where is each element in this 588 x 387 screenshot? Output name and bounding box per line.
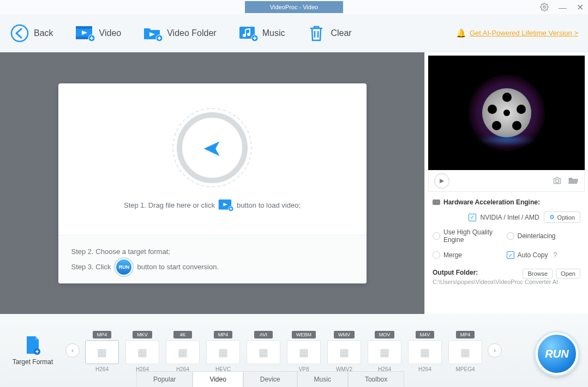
promo-banner[interactable]: 🔔 Get AI-Powered Lifetime Version > — [456, 28, 578, 38]
trash-icon — [307, 23, 326, 43]
category-tab[interactable]: Video — [193, 371, 243, 387]
video-folder-icon — [143, 23, 163, 43]
step1-text-b: button to load video; — [237, 201, 301, 209]
hq-label: Use High Quality Engine — [443, 228, 507, 244]
mini-run-icon: RUN — [115, 258, 133, 276]
mini-video-icon — [218, 198, 233, 211]
format-item[interactable]: MP4▦MPEG4 — [448, 329, 482, 372]
promo-link[interactable]: Get AI-Powered Lifetime Version > — [470, 29, 578, 37]
format-thumb-icon: ▦ — [287, 340, 321, 364]
deinterlace-checkbox[interactable]: ✓ — [507, 232, 514, 240]
format-codec: H264 — [408, 366, 442, 372]
format-item[interactable]: WEBM▦VP8 — [287, 329, 321, 372]
format-item[interactable]: M4V▦H264 — [408, 329, 442, 372]
back-button[interactable]: Back — [10, 23, 53, 43]
format-thumb-icon: ▦ — [125, 340, 159, 364]
back-label: Back — [34, 28, 53, 38]
formats-prev-button[interactable]: ‹ — [65, 343, 80, 358]
svg-point-9 — [247, 33, 250, 36]
music-label: Music — [262, 28, 285, 38]
toolbar: Back Video Video Folder Music Clear 🔔 Ge… — [0, 14, 588, 52]
format-item[interactable]: WMV▦WMV2 — [327, 329, 361, 372]
hw-accel-panel: Hardware Acceleration Engine: ✓ NVIDIA /… — [425, 192, 588, 265]
format-badge: MP4 — [456, 331, 475, 338]
clear-button[interactable]: Clear — [307, 23, 351, 43]
hw-option-button[interactable]: ⚙ Option — [544, 211, 580, 223]
drop-area[interactable]: ➤ Step 1. Drag file here or click button… — [0, 52, 424, 314]
category-tab[interactable]: Device — [243, 371, 297, 387]
open-button[interactable]: Open — [556, 269, 580, 279]
format-badge: AVI — [254, 331, 273, 338]
hw-title: Hardware Acceleration Engine: — [443, 198, 540, 206]
minimize-icon[interactable]: — — [559, 3, 567, 12]
browse-button[interactable]: Browse — [523, 269, 553, 279]
deinterlace-label: Deinterlacing — [518, 232, 556, 240]
format-item[interactable]: MOV▦H264 — [368, 329, 401, 372]
format-codec: MPEG4 — [448, 366, 482, 372]
category-tab[interactable]: Popular — [136, 371, 193, 387]
sidebar: ▶ Hardware Acceleration Engine: ✓ NVIDIA… — [424, 52, 588, 314]
play-button[interactable]: ▶ — [434, 173, 449, 189]
step2-text: Step 2. Choose a target format; — [71, 247, 170, 256]
category-tab[interactable]: Toolbox — [348, 371, 404, 387]
svg-point-13 — [556, 179, 559, 183]
hq-checkbox[interactable]: ✓ — [433, 232, 440, 240]
close-icon[interactable]: ✕ — [577, 2, 584, 13]
format-item[interactable]: 4K▦H264 — [166, 329, 200, 372]
format-thumb-icon: ▦ — [166, 340, 200, 364]
format-thumb-icon: ▦ — [85, 340, 119, 364]
reel-logo-icon — [482, 88, 531, 137]
cursor-arrow-icon: ➤ — [203, 135, 222, 161]
format-item[interactable]: MKV▦H264 — [125, 329, 159, 372]
bell-icon: 🔔 — [456, 28, 466, 38]
titlebar: VideoProc - Video — ✕ — [0, 0, 588, 14]
autocopy-checkbox[interactable]: ✓ — [507, 251, 514, 259]
svg-rect-3 — [76, 26, 92, 29]
output-folder-label: Output Folder: — [433, 269, 478, 276]
format-item[interactable]: MP4▦H264 — [85, 329, 119, 372]
format-thumb-icon: ▦ — [368, 340, 401, 364]
add-video-folder-button[interactable]: Video Folder — [143, 23, 216, 43]
step3-text-b: button to start conversion. — [137, 263, 219, 271]
format-item[interactable]: AVI▦ — [247, 329, 280, 372]
merge-checkbox[interactable]: ✓ — [433, 251, 440, 259]
music-icon — [238, 23, 258, 43]
svg-point-1 — [11, 25, 28, 41]
clear-label: Clear — [331, 28, 351, 38]
format-badge: MOV — [375, 331, 395, 338]
formats-bar: Target Format ‹ MP4▦H264MKV▦H2644K▦H264M… — [0, 314, 588, 387]
format-thumb-icon: ▦ — [206, 340, 240, 364]
settings-icon[interactable] — [540, 3, 549, 11]
drop-card: ➤ Step 1. Drag file here or click button… — [58, 83, 367, 283]
hw-checkbox[interactable]: ✓ — [469, 214, 476, 221]
formats-next-button[interactable]: › — [488, 343, 502, 358]
format-item[interactable]: MP4▦HEVC — [206, 329, 240, 372]
merge-label: Merge — [443, 251, 462, 259]
svg-point-8 — [243, 34, 246, 37]
autocopy-label: Auto Copy — [518, 251, 548, 259]
add-music-button[interactable]: Music — [238, 23, 285, 43]
open-folder-icon[interactable] — [568, 177, 579, 185]
format-codec: H264 — [85, 366, 119, 372]
add-video-button[interactable]: Video — [75, 23, 122, 43]
format-thumb-icon: ▦ — [247, 340, 280, 364]
run-button[interactable]: RUN — [536, 332, 578, 375]
help-icon[interactable]: ? — [554, 251, 557, 259]
chip-icon — [433, 199, 440, 205]
hw-vendors: NVIDIA / Intel / AMD — [481, 214, 539, 221]
format-thumb-icon: ▦ — [448, 340, 482, 364]
preview-controls: ▶ — [428, 170, 585, 192]
svg-point-0 — [543, 6, 545, 8]
gear-icon: ⚙ — [549, 214, 555, 221]
snapshot-icon[interactable] — [552, 177, 562, 185]
category-tab[interactable]: Music — [297, 371, 348, 387]
format-badge: WEBM — [292, 331, 316, 338]
drop-target-icon: ➤ — [177, 112, 248, 183]
format-badge: WMV — [334, 331, 355, 338]
format-thumb-icon: ▦ — [327, 340, 361, 364]
format-category-tabs: PopularVideoDeviceMusicToolbox — [136, 371, 404, 387]
format-badge: MKV — [133, 331, 152, 338]
output-folder-panel: Output Folder: Browse Open C:\Users\pope… — [425, 265, 588, 291]
target-format-button[interactable]: Target Format — [0, 335, 65, 366]
window-title: VideoProc - Video — [245, 1, 343, 13]
